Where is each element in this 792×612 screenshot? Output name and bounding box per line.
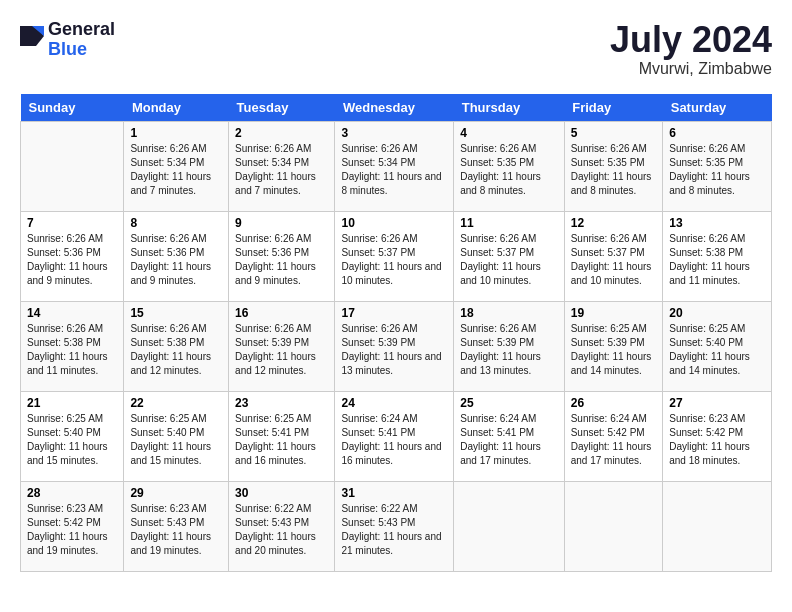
day-number: 1 bbox=[130, 126, 222, 140]
calendar-cell: 21Sunrise: 6:25 AMSunset: 5:40 PMDayligh… bbox=[21, 391, 124, 481]
cell-info: Sunrise: 6:26 AMSunset: 5:37 PMDaylight:… bbox=[460, 232, 557, 288]
calendar-cell: 15Sunrise: 6:26 AMSunset: 5:38 PMDayligh… bbox=[124, 301, 229, 391]
day-number: 26 bbox=[571, 396, 657, 410]
calendar-cell bbox=[21, 121, 124, 211]
calendar-cell: 13Sunrise: 6:26 AMSunset: 5:38 PMDayligh… bbox=[663, 211, 772, 301]
header-friday: Friday bbox=[564, 94, 663, 122]
calendar-cell: 11Sunrise: 6:26 AMSunset: 5:37 PMDayligh… bbox=[454, 211, 564, 301]
day-number: 16 bbox=[235, 306, 328, 320]
calendar-header-row: SundayMondayTuesdayWednesdayThursdayFrid… bbox=[21, 94, 772, 122]
calendar-cell: 17Sunrise: 6:26 AMSunset: 5:39 PMDayligh… bbox=[335, 301, 454, 391]
day-number: 29 bbox=[130, 486, 222, 500]
cell-info: Sunrise: 6:25 AMSunset: 5:41 PMDaylight:… bbox=[235, 412, 328, 468]
cell-info: Sunrise: 6:25 AMSunset: 5:39 PMDaylight:… bbox=[571, 322, 657, 378]
calendar-cell: 8Sunrise: 6:26 AMSunset: 5:36 PMDaylight… bbox=[124, 211, 229, 301]
cell-info: Sunrise: 6:23 AMSunset: 5:43 PMDaylight:… bbox=[130, 502, 222, 558]
day-number: 23 bbox=[235, 396, 328, 410]
calendar-cell: 5Sunrise: 6:26 AMSunset: 5:35 PMDaylight… bbox=[564, 121, 663, 211]
cell-info: Sunrise: 6:26 AMSunset: 5:36 PMDaylight:… bbox=[27, 232, 117, 288]
calendar-cell: 31Sunrise: 6:22 AMSunset: 5:43 PMDayligh… bbox=[335, 481, 454, 571]
day-number: 15 bbox=[130, 306, 222, 320]
cell-info: Sunrise: 6:26 AMSunset: 5:38 PMDaylight:… bbox=[27, 322, 117, 378]
logo-blue: Blue bbox=[48, 40, 115, 60]
header-wednesday: Wednesday bbox=[335, 94, 454, 122]
calendar-cell: 3Sunrise: 6:26 AMSunset: 5:34 PMDaylight… bbox=[335, 121, 454, 211]
day-number: 10 bbox=[341, 216, 447, 230]
day-number: 13 bbox=[669, 216, 765, 230]
cell-info: Sunrise: 6:26 AMSunset: 5:34 PMDaylight:… bbox=[341, 142, 447, 198]
day-number: 25 bbox=[460, 396, 557, 410]
cell-info: Sunrise: 6:26 AMSunset: 5:35 PMDaylight:… bbox=[669, 142, 765, 198]
day-number: 11 bbox=[460, 216, 557, 230]
calendar-cell: 28Sunrise: 6:23 AMSunset: 5:42 PMDayligh… bbox=[21, 481, 124, 571]
cell-info: Sunrise: 6:23 AMSunset: 5:42 PMDaylight:… bbox=[27, 502, 117, 558]
calendar-cell: 12Sunrise: 6:26 AMSunset: 5:37 PMDayligh… bbox=[564, 211, 663, 301]
calendar-cell: 9Sunrise: 6:26 AMSunset: 5:36 PMDaylight… bbox=[229, 211, 335, 301]
day-number: 27 bbox=[669, 396, 765, 410]
calendar-cell bbox=[454, 481, 564, 571]
logo-text: General Blue bbox=[48, 20, 115, 60]
header-tuesday: Tuesday bbox=[229, 94, 335, 122]
day-number: 24 bbox=[341, 396, 447, 410]
cell-info: Sunrise: 6:26 AMSunset: 5:36 PMDaylight:… bbox=[235, 232, 328, 288]
month-year: July 2024 bbox=[610, 20, 772, 60]
cell-info: Sunrise: 6:26 AMSunset: 5:37 PMDaylight:… bbox=[341, 232, 447, 288]
day-number: 18 bbox=[460, 306, 557, 320]
calendar-cell: 25Sunrise: 6:24 AMSunset: 5:41 PMDayligh… bbox=[454, 391, 564, 481]
day-number: 4 bbox=[460, 126, 557, 140]
cell-info: Sunrise: 6:26 AMSunset: 5:34 PMDaylight:… bbox=[235, 142, 328, 198]
cell-info: Sunrise: 6:25 AMSunset: 5:40 PMDaylight:… bbox=[130, 412, 222, 468]
calendar-cell: 22Sunrise: 6:25 AMSunset: 5:40 PMDayligh… bbox=[124, 391, 229, 481]
title-block: July 2024 Mvurwi, Zimbabwe bbox=[610, 20, 772, 78]
week-row-4: 28Sunrise: 6:23 AMSunset: 5:42 PMDayligh… bbox=[21, 481, 772, 571]
day-number: 21 bbox=[27, 396, 117, 410]
cell-info: Sunrise: 6:26 AMSunset: 5:36 PMDaylight:… bbox=[130, 232, 222, 288]
calendar-cell: 23Sunrise: 6:25 AMSunset: 5:41 PMDayligh… bbox=[229, 391, 335, 481]
cell-info: Sunrise: 6:25 AMSunset: 5:40 PMDaylight:… bbox=[27, 412, 117, 468]
day-number: 9 bbox=[235, 216, 328, 230]
day-number: 20 bbox=[669, 306, 765, 320]
cell-info: Sunrise: 6:26 AMSunset: 5:35 PMDaylight:… bbox=[460, 142, 557, 198]
logo-icon bbox=[20, 26, 44, 54]
calendar-cell: 18Sunrise: 6:26 AMSunset: 5:39 PMDayligh… bbox=[454, 301, 564, 391]
calendar-cell: 29Sunrise: 6:23 AMSunset: 5:43 PMDayligh… bbox=[124, 481, 229, 571]
cell-info: Sunrise: 6:23 AMSunset: 5:42 PMDaylight:… bbox=[669, 412, 765, 468]
day-number: 3 bbox=[341, 126, 447, 140]
header-monday: Monday bbox=[124, 94, 229, 122]
cell-info: Sunrise: 6:26 AMSunset: 5:39 PMDaylight:… bbox=[235, 322, 328, 378]
day-number: 7 bbox=[27, 216, 117, 230]
calendar-cell: 1Sunrise: 6:26 AMSunset: 5:34 PMDaylight… bbox=[124, 121, 229, 211]
calendar-cell: 2Sunrise: 6:26 AMSunset: 5:34 PMDaylight… bbox=[229, 121, 335, 211]
cell-info: Sunrise: 6:26 AMSunset: 5:38 PMDaylight:… bbox=[130, 322, 222, 378]
header-thursday: Thursday bbox=[454, 94, 564, 122]
day-number: 6 bbox=[669, 126, 765, 140]
calendar-cell: 20Sunrise: 6:25 AMSunset: 5:40 PMDayligh… bbox=[663, 301, 772, 391]
calendar-cell: 27Sunrise: 6:23 AMSunset: 5:42 PMDayligh… bbox=[663, 391, 772, 481]
calendar-cell bbox=[663, 481, 772, 571]
day-number: 19 bbox=[571, 306, 657, 320]
day-number: 30 bbox=[235, 486, 328, 500]
cell-info: Sunrise: 6:24 AMSunset: 5:42 PMDaylight:… bbox=[571, 412, 657, 468]
week-row-0: 1Sunrise: 6:26 AMSunset: 5:34 PMDaylight… bbox=[21, 121, 772, 211]
cell-info: Sunrise: 6:26 AMSunset: 5:35 PMDaylight:… bbox=[571, 142, 657, 198]
week-row-2: 14Sunrise: 6:26 AMSunset: 5:38 PMDayligh… bbox=[21, 301, 772, 391]
calendar-cell: 14Sunrise: 6:26 AMSunset: 5:38 PMDayligh… bbox=[21, 301, 124, 391]
day-number: 2 bbox=[235, 126, 328, 140]
location: Mvurwi, Zimbabwe bbox=[610, 60, 772, 78]
calendar-cell bbox=[564, 481, 663, 571]
week-row-1: 7Sunrise: 6:26 AMSunset: 5:36 PMDaylight… bbox=[21, 211, 772, 301]
day-number: 14 bbox=[27, 306, 117, 320]
cell-info: Sunrise: 6:26 AMSunset: 5:39 PMDaylight:… bbox=[341, 322, 447, 378]
day-number: 31 bbox=[341, 486, 447, 500]
calendar-cell: 19Sunrise: 6:25 AMSunset: 5:39 PMDayligh… bbox=[564, 301, 663, 391]
calendar-cell: 4Sunrise: 6:26 AMSunset: 5:35 PMDaylight… bbox=[454, 121, 564, 211]
calendar-cell: 24Sunrise: 6:24 AMSunset: 5:41 PMDayligh… bbox=[335, 391, 454, 481]
cell-info: Sunrise: 6:26 AMSunset: 5:34 PMDaylight:… bbox=[130, 142, 222, 198]
calendar-cell: 10Sunrise: 6:26 AMSunset: 5:37 PMDayligh… bbox=[335, 211, 454, 301]
week-row-3: 21Sunrise: 6:25 AMSunset: 5:40 PMDayligh… bbox=[21, 391, 772, 481]
cell-info: Sunrise: 6:25 AMSunset: 5:40 PMDaylight:… bbox=[669, 322, 765, 378]
cell-info: Sunrise: 6:22 AMSunset: 5:43 PMDaylight:… bbox=[341, 502, 447, 558]
day-number: 28 bbox=[27, 486, 117, 500]
cell-info: Sunrise: 6:24 AMSunset: 5:41 PMDaylight:… bbox=[460, 412, 557, 468]
day-number: 17 bbox=[341, 306, 447, 320]
